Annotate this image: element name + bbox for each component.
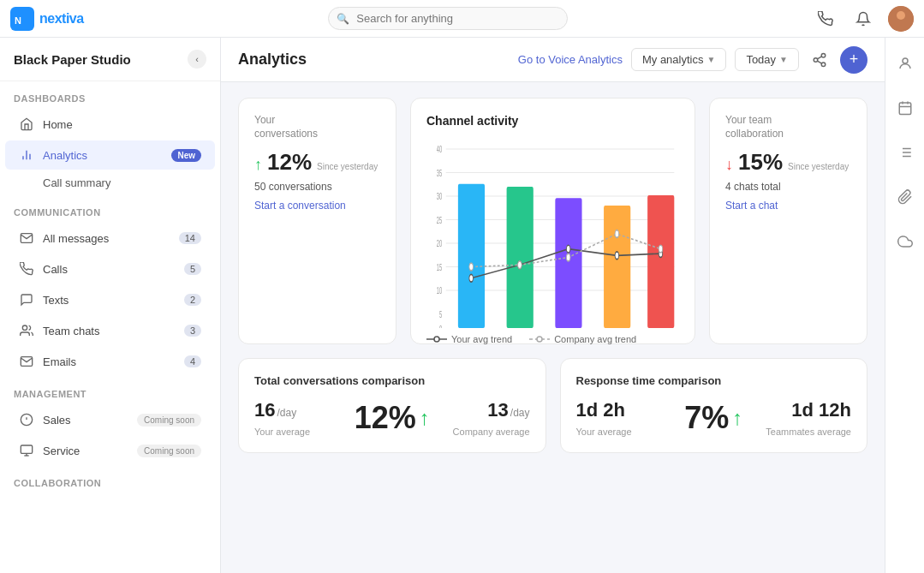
search-input[interactable]	[328, 7, 568, 30]
emails-icon	[19, 354, 34, 369]
bell-icon[interactable]	[850, 6, 876, 32]
dashed-line-icon	[529, 335, 550, 343]
svg-rect-37	[555, 198, 581, 328]
svg-text:5: 5	[439, 309, 442, 320]
sidebar-item-texts[interactable]: Texts 2	[5, 285, 215, 314]
phone-icon[interactable]	[813, 6, 838, 32]
voice-analytics-link[interactable]: Go to Voice Analytics	[518, 53, 623, 66]
share-button[interactable]	[808, 48, 832, 72]
total-conversations-card: Total conversations comparison 16 /day Y…	[238, 358, 546, 453]
header-actions: Go to Voice Analytics My analytics ▼ Tod…	[518, 46, 867, 74]
today-button[interactable]: Today ▼	[735, 48, 799, 71]
right-panel-cloud-icon[interactable]	[891, 228, 919, 255]
sidebar-collapse-button[interactable]: ‹	[188, 50, 206, 69]
total-percent: 12%	[355, 400, 416, 436]
svg-rect-39	[647, 195, 674, 328]
sales-coming-soon-badge: Coming soon	[137, 414, 201, 427]
company-avg-stat: 13 /day Company average	[438, 399, 530, 437]
teammates-avg-stat: 1d 12h Teammates average	[751, 399, 851, 437]
your-avg-label: Your average	[254, 427, 346, 437]
sidebar-item-home[interactable]: Home	[5, 110, 215, 139]
collaboration-since: Since yesterday	[788, 162, 849, 172]
sidebar-item-label-all-messages: All messages	[43, 232, 170, 245]
company-name: Black Paper Studio	[14, 52, 131, 67]
sidebar-item-sales[interactable]: Sales Coming soon	[5, 405, 215, 434]
sidebar-item-team-chats[interactable]: Team chats 3	[5, 316, 215, 345]
start-conversation-link[interactable]: Start a conversation	[254, 200, 380, 212]
svg-text:N: N	[15, 15, 21, 26]
channel-activity-chart: 40 35 30 25 20 15 10 5 0	[426, 140, 679, 328]
collaboration-card: Your team collaboration ↓ 15% Since yest…	[709, 98, 867, 344]
nextiva-logo-icon: N	[10, 7, 34, 31]
collaboration-card-title: Your team collaboration	[725, 114, 851, 140]
sidebar: Black Paper Studio ‹ Dashboards Home Ana…	[0, 38, 221, 573]
start-chat-link[interactable]: Start a chat	[725, 200, 851, 212]
company-avg-unit: /day	[510, 407, 530, 419]
chevron-down-icon: ▼	[706, 55, 715, 64]
response-time-stats: 1d 2h Your average 7% ↑ 1d 12h Teammates…	[576, 399, 852, 437]
svg-point-3	[897, 11, 905, 20]
svg-point-45	[469, 274, 474, 282]
user-avatar[interactable]	[888, 6, 914, 32]
svg-text:20: 20	[437, 238, 442, 249]
svg-rect-60	[899, 103, 911, 115]
add-button[interactable]: +	[840, 46, 867, 74]
top-navigation: N nextiva 🔍	[0, 0, 924, 38]
sidebar-item-label-analytics: Analytics	[43, 149, 159, 162]
sidebar-item-service[interactable]: Service Coming soon	[5, 436, 215, 465]
main-content: Analytics Go to Voice Analytics My analy…	[221, 38, 885, 573]
sidebar-item-label-sales: Sales	[43, 414, 128, 427]
your-avg-stat: 16 /day Your average	[254, 399, 346, 437]
texts-icon	[19, 292, 34, 307]
section-label-collaboration: Collaboration	[0, 466, 220, 493]
sales-icon	[19, 412, 34, 427]
app-logo: N nextiva	[10, 7, 84, 31]
up-arrow-icon: ↑	[254, 156, 262, 174]
sidebar-item-emails[interactable]: Emails 4	[5, 347, 215, 376]
topnav-icons	[813, 6, 914, 32]
chart-legend: Your avg trend Company avg trend	[426, 334, 679, 344]
right-panel-calendar-icon[interactable]	[891, 94, 919, 122]
sidebar-item-call-summary[interactable]: Call summary	[5, 171, 215, 194]
svg-rect-36	[507, 187, 534, 328]
response-time-card: Response time comparison 1d 2h Your aver…	[560, 358, 868, 453]
svg-line-17	[817, 61, 821, 63]
right-panel-user-icon[interactable]	[891, 50, 919, 77]
your-response-value: 1d 2h	[576, 399, 625, 421]
right-panel-clip-icon[interactable]	[891, 183, 919, 211]
percent-center: 12% ↑	[346, 400, 438, 436]
teammates-avg-value: 1d 12h	[791, 399, 851, 421]
app-name: nextiva	[39, 11, 84, 27]
svg-text:25: 25	[437, 215, 442, 226]
svg-point-56	[434, 337, 439, 342]
sidebar-item-label-emails: Emails	[43, 355, 176, 368]
total-conversations-title: Total conversations comparison	[254, 374, 530, 387]
svg-point-54	[659, 245, 663, 253]
your-response-label: Your average	[576, 427, 677, 437]
right-panel-list-icon[interactable]	[891, 139, 919, 166]
teammates-avg-label: Teammates average	[751, 427, 851, 437]
your-avg-value: 16	[254, 399, 275, 421]
section-label-management: Management	[0, 377, 220, 404]
response-percent-center: 7% ↑	[676, 400, 751, 436]
sidebar-item-calls[interactable]: Calls 5	[5, 254, 215, 284]
my-analytics-button[interactable]: My analytics ▼	[631, 48, 726, 71]
svg-point-52	[566, 254, 570, 261]
response-time-title: Response time comparison	[576, 374, 852, 387]
svg-line-18	[817, 56, 821, 58]
svg-point-51	[518, 261, 522, 269]
page-title: Analytics	[238, 51, 518, 69]
sidebar-item-analytics[interactable]: Analytics New	[5, 140, 215, 170]
calls-icon	[19, 261, 34, 277]
company-avg-value: 13	[487, 399, 508, 421]
service-icon	[19, 443, 34, 458]
service-coming-soon-badge: Coming soon	[137, 445, 201, 457]
home-icon	[19, 116, 34, 132]
sidebar-item-all-messages[interactable]: All messages 14	[5, 224, 215, 253]
svg-rect-11	[21, 445, 32, 453]
content-body: Your conversations ↑ 12% Since yesterday…	[221, 82, 885, 573]
conversations-stat: ↑ 12% Since yesterday	[254, 149, 380, 176]
response-percent: 7%	[684, 400, 729, 436]
svg-point-15	[814, 57, 818, 62]
main-layout: Black Paper Studio ‹ Dashboards Home Ana…	[0, 38, 924, 573]
